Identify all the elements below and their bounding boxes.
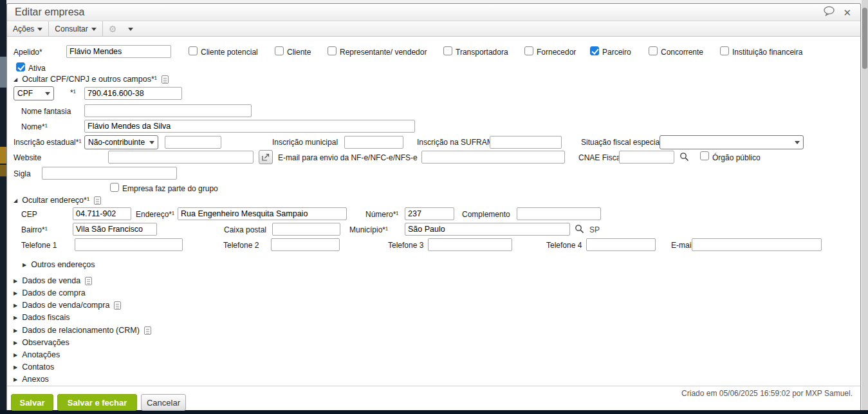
acoes-menu-button[interactable]: Ações — [7, 21, 48, 36]
checkbox-cliente-potencial[interactable] — [189, 46, 198, 55]
sigla-input[interactable] — [42, 167, 177, 180]
checkbox-empresa-grupo[interactable] — [110, 183, 119, 192]
triangle-collapsed-icon: ▶ — [14, 352, 17, 358]
telefone3-input[interactable] — [428, 238, 512, 251]
save-and-close-button[interactable]: Salvar e fechar — [57, 394, 137, 411]
triangle-collapsed-icon: ▶ — [14, 328, 17, 334]
search-icon[interactable] — [679, 152, 689, 164]
notes-icon[interactable] — [114, 301, 121, 310]
settings-gear-button[interactable]: ⚙ — [103, 21, 123, 36]
cep-input[interactable] — [73, 207, 131, 220]
numero-input[interactable] — [405, 207, 454, 220]
dialog-titlebar: Editar empresa ✕ — [7, 4, 860, 21]
checkbox-transportadora[interactable] — [443, 46, 452, 55]
section-observacoes-toggle[interactable]: ▶ Observações — [14, 338, 69, 347]
situacao-fiscal-select[interactable] — [660, 135, 804, 149]
bairro-label: Bairro*¹ — [21, 225, 48, 234]
checkbox-label: Concorrente — [661, 48, 703, 57]
apelido-label: Apelido* — [14, 48, 42, 57]
telefone2-input[interactable] — [271, 238, 340, 251]
apelido-input[interactable] — [66, 45, 171, 58]
cpf-type-select[interactable]: CPF — [14, 86, 54, 100]
checkbox-concorrente[interactable] — [649, 46, 658, 55]
open-link-button[interactable] — [259, 150, 273, 164]
grupo-label: Empresa faz parte do grupo — [122, 184, 218, 193]
orgao-publico-label: Órgão público — [712, 153, 761, 162]
chevron-down-icon — [45, 92, 50, 98]
checkbox-label: Instituição financeira — [732, 48, 802, 57]
checkbox-orgao-publico[interactable] — [700, 151, 709, 160]
nome-input[interactable] — [84, 120, 415, 133]
save-button[interactable]: Salvar — [11, 394, 53, 411]
telefone1-label: Telefone 1 — [21, 241, 57, 250]
chevron-down-icon — [149, 141, 154, 147]
search-icon[interactable] — [575, 224, 584, 236]
cpf-input[interactable] — [84, 87, 182, 100]
checkbox-cliente[interactable] — [275, 46, 284, 55]
comment-icon[interactable] — [823, 6, 835, 19]
section-contatos-toggle[interactable]: ▶ Contatos — [14, 362, 54, 372]
nome-label: Nome*¹ — [21, 122, 48, 131]
checkbox-label: Transportadora — [456, 48, 508, 57]
triangle-collapsed-icon: ▶ — [14, 278, 17, 284]
inscricao-suframa-label: Inscrição na SUFRAMA — [417, 138, 499, 147]
section-dados-compra-toggle[interactable]: ▶ Dados de compra — [14, 288, 86, 297]
cancel-button[interactable]: Cancelar — [141, 394, 186, 411]
complemento-input[interactable] — [517, 207, 601, 220]
email-input[interactable] — [692, 238, 822, 251]
cnae-input[interactable] — [619, 151, 674, 164]
endereco-label: Endereço*¹ — [136, 210, 174, 219]
endereco-input[interactable] — [178, 207, 347, 220]
inscricao-estadual-label: Inscrição estadual*¹ — [14, 138, 81, 147]
municipio-input[interactable] — [405, 223, 570, 236]
nome-fantasia-input[interactable] — [84, 104, 252, 117]
chevron-down-icon — [37, 28, 42, 33]
inscricao-suframa-input[interactable] — [490, 136, 562, 149]
website-input[interactable] — [108, 151, 254, 164]
section-dados-crm-toggle[interactable]: ▶ Dados de relacionamento (CRM) — [14, 326, 151, 335]
notes-icon[interactable] — [144, 326, 151, 335]
checkbox-fornecedor[interactable] — [524, 46, 533, 55]
email-nfe-input[interactable] — [421, 151, 565, 164]
inscricao-estadual-select[interactable]: Não-contribuinte — [84, 135, 158, 149]
section-anotacoes-toggle[interactable]: ▶ Anotações — [14, 350, 60, 359]
settings-dropdown-button[interactable] — [122, 21, 139, 36]
section-anexos-toggle[interactable]: ▶ Anexos — [14, 375, 49, 384]
notes-icon[interactable] — [85, 277, 92, 285]
checkbox-label: Representante/ vendedor — [340, 48, 427, 57]
gear-icon: ⚙ — [109, 24, 117, 34]
edit-company-dialog: Editar empresa ✕ Ações Consultar ⚙ Apeli… — [6, 3, 861, 410]
section-endereco-toggle[interactable]: ◢ Ocultar endereço*¹ — [14, 196, 101, 205]
section-dados-fiscais-toggle[interactable]: ▶ Dados fiscais — [14, 313, 70, 322]
checkbox-ativa[interactable] — [16, 62, 25, 71]
caixa-postal-input[interactable] — [272, 223, 340, 236]
section-cpf-cnpj-toggle[interactable]: ◢ Ocultar CPF/CNPJ e outros campos*¹ — [14, 75, 169, 84]
triangle-collapsed-icon: ▶ — [14, 290, 17, 296]
close-icon[interactable]: ✕ — [843, 8, 851, 17]
consultar-menu-button[interactable]: Consultar — [49, 21, 102, 36]
website-label: Website — [14, 153, 41, 162]
triangle-collapsed-icon: ▶ — [14, 315, 17, 321]
section-outros-enderecos-toggle[interactable]: ▶ Outros endereços — [23, 260, 95, 269]
notes-icon[interactable] — [162, 75, 169, 84]
cnae-label: CNAE Fiscal — [578, 153, 622, 162]
section-dados-venda-toggle[interactable]: ▶ Dados de venda — [14, 276, 92, 285]
telefone4-label: Telefone 4 — [546, 241, 582, 250]
telefone4-input[interactable] — [586, 238, 656, 251]
email-nfe-label: E-mail para envio da NF-e/NFC-e/NFS-e — [278, 153, 418, 162]
checkbox-representante-vendedor[interactable] — [328, 46, 337, 55]
checkbox-instituicao-financeira[interactable] — [720, 46, 729, 55]
created-info: Criado em 05/06/2025 16:59:02 por MXP Sa… — [681, 389, 853, 398]
telefone1-input[interactable] — [75, 238, 183, 251]
checkbox-parceiro[interactable] — [590, 46, 599, 55]
section-dados-venda-compra-toggle[interactable]: ▶ Dados de venda/compra — [14, 301, 121, 310]
triangle-collapsed-icon: ▶ — [14, 303, 17, 308]
inscricao-municipal-label: Inscrição municipal — [272, 138, 338, 147]
bairro-input[interactable] — [73, 223, 157, 236]
sigla-label: Sigla — [14, 169, 31, 178]
dialog-title: Editar empresa — [7, 6, 85, 18]
inscricao-municipal-input[interactable] — [344, 136, 403, 149]
page-scrollbar-thumb[interactable] — [862, 8, 867, 69]
inscricao-estadual-input[interactable] — [165, 136, 221, 149]
notes-icon[interactable] — [94, 196, 101, 205]
